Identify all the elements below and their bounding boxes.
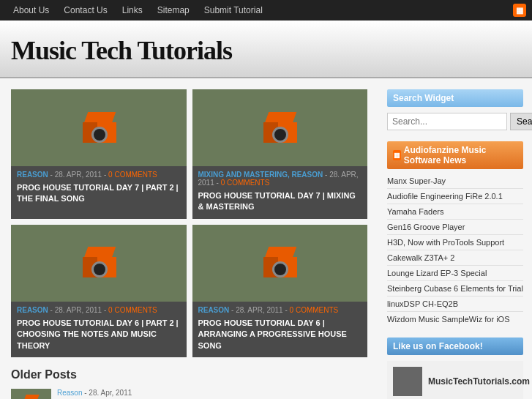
post-date: - 28. APR, 2011 xyxy=(50,306,102,314)
cube-icon xyxy=(77,241,121,285)
older-post-thumb xyxy=(11,389,51,399)
search-widget-title: Search Widget xyxy=(387,89,523,107)
post-category: MIXING AND MASTERING, REASON xyxy=(198,171,323,179)
content-area: REASON - 28. APR, 2011 - 0 COMMENTS PROG… xyxy=(0,78,378,399)
post-comments: 0 COMMENTS xyxy=(108,306,157,314)
post-card[interactable]: REASON - 28. APR, 2011 - 0 COMMENTS PROG… xyxy=(192,225,368,357)
list-item[interactable]: Steinberg Cubase 6 Elements for Trial xyxy=(387,281,523,297)
post-category: REASON xyxy=(17,306,48,314)
post-comments: 0 COMMENTS xyxy=(290,306,339,314)
post-image xyxy=(11,89,187,166)
post-meta: REASON - 28. APR, 2011 - 0 COMMENTS xyxy=(11,302,187,316)
news-widget: ▦ Audiofanzine Music Software News Manx … xyxy=(387,141,523,327)
nav-links[interactable]: Links xyxy=(115,0,150,20)
post-meta: MIXING AND MASTERING, REASON - 28. APR, … xyxy=(192,166,368,189)
list-item[interactable]: Yamaha Faders xyxy=(387,204,523,220)
older-post-meta: Reason - 28. Apr, 2011 xyxy=(57,389,367,397)
rss-icon[interactable]: ▦ xyxy=(513,4,526,17)
list-item[interactable]: linuxDSP CH-EQ2B xyxy=(387,297,523,312)
older-post-item[interactable]: Reason - 28. Apr, 2011 Prog House Tutori… xyxy=(11,389,367,399)
post-title: PROG HOUSE TUTORIAL DAY 7 | MIXING & MAS… xyxy=(192,189,368,219)
older-posts-title: Older Posts xyxy=(11,368,367,381)
nav-sitemap[interactable]: Sitemap xyxy=(150,0,197,20)
fb-site-name: MusicTechTutorials.com xyxy=(428,376,530,387)
post-title: PROG HOUSE TUTORIAL DAY 6 | PART 2 | CHO… xyxy=(11,316,187,357)
site-title: Music Tech Tutorials xyxy=(11,35,521,66)
cube-icon xyxy=(77,106,121,150)
older-posts-section: Older Posts Reason - 28. Apr, 2011 xyxy=(11,368,367,399)
main-wrapper: REASON - 28. APR, 2011 - 0 COMMENTS PROG… xyxy=(0,78,532,399)
news-widget-title: ▦ Audiofanzine Music Software News xyxy=(387,141,523,169)
fb-thumb xyxy=(393,367,422,396)
older-post-info: Reason - 28. Apr, 2011 Prog House Tutori… xyxy=(57,389,367,399)
facebook-content: MusicTechTutorials.com xyxy=(387,361,523,399)
post-image xyxy=(192,89,368,166)
search-button[interactable]: Search xyxy=(510,113,532,130)
post-image xyxy=(11,225,187,302)
cube-icon xyxy=(258,106,301,150)
post-comments: 0 COMMENTS xyxy=(108,171,157,179)
list-item[interactable]: H3D, Now with ProTools Support xyxy=(387,235,523,250)
news-list: Manx Super-Jay Audiofile Engineering FiR… xyxy=(387,174,523,327)
sidebar: Search Widget Search ▦ Audiofanzine Musi… xyxy=(378,78,532,399)
post-comments: 0 COMMENTS xyxy=(221,179,270,187)
list-item[interactable]: Cakewalk Z3TA+ 2 xyxy=(387,250,523,266)
list-item[interactable]: Audiofile Engineering FiRe 2.0.1 xyxy=(387,189,523,204)
post-title: PROG HOUSE TUTORIAL DAY 7 | PART 2 | THE… xyxy=(11,181,187,211)
search-widget: Search Widget Search xyxy=(387,89,523,130)
post-meta: REASON - 28. APR, 2011 - 0 COMMENTS xyxy=(11,166,187,181)
facebook-widget: Like us on Facebook! MusicTechTutorials.… xyxy=(387,338,523,399)
search-input[interactable] xyxy=(387,113,507,130)
post-category: REASON xyxy=(17,171,48,179)
fb-site-row[interactable]: MusicTechTutorials.com xyxy=(393,367,517,396)
posts-grid: REASON - 28. APR, 2011 - 0 COMMENTS PROG… xyxy=(11,89,367,357)
rss-badge-icon: ▦ xyxy=(393,150,401,160)
post-category: REASON xyxy=(198,306,230,314)
list-item[interactable]: Manx Super-Jay xyxy=(387,174,523,189)
nav-about[interactable]: About Us xyxy=(6,0,56,20)
top-nav: About Us Contact Us Links Sitemap Submit… xyxy=(0,0,532,20)
post-date: - 28. APR, 2011 xyxy=(231,306,283,314)
nav-submit[interactable]: Submit Tutorial xyxy=(197,0,270,20)
post-image xyxy=(192,225,368,302)
site-header: Music Tech Tutorials xyxy=(0,20,532,78)
post-card[interactable]: REASON - 28. APR, 2011 - 0 COMMENTS PROG… xyxy=(11,225,187,357)
nav-contact[interactable]: Contact Us xyxy=(56,0,114,20)
post-card[interactable]: MIXING AND MASTERING, REASON - 28. APR, … xyxy=(192,89,368,219)
list-item[interactable]: Lounge Lizard EP-3 Special xyxy=(387,266,523,281)
post-title: PROG HOUSE TUTORIAL DAY 6 | ARRANGING A … xyxy=(192,316,368,357)
cube-icon xyxy=(258,241,301,285)
facebook-widget-title: Like us on Facebook! xyxy=(387,338,523,355)
list-item[interactable]: Wizdom Music SampleWiz for iOS xyxy=(387,312,523,327)
post-card[interactable]: REASON - 28. APR, 2011 - 0 COMMENTS PROG… xyxy=(11,89,187,219)
list-item[interactable]: Gen16 Groove Player xyxy=(387,220,523,235)
search-row: Search xyxy=(387,113,523,130)
post-meta: REASON - 28. APR, 2011 - 0 COMMENTS xyxy=(192,302,368,316)
post-date: - 28. APR, 2011 xyxy=(50,171,102,179)
